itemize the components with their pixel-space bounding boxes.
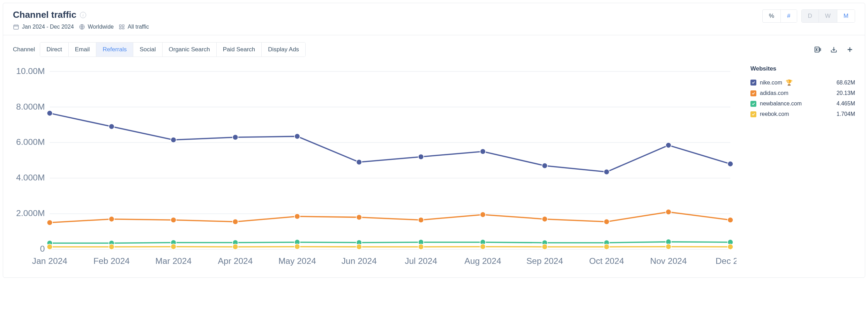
- data-point[interactable]: [728, 161, 733, 167]
- data-point[interactable]: [418, 244, 424, 250]
- legend-total: 20.13M: [837, 90, 855, 96]
- data-point[interactable]: [604, 244, 609, 250]
- data-point[interactable]: [47, 220, 53, 225]
- data-point[interactable]: [418, 217, 424, 223]
- legend-label: reebok.com: [760, 111, 789, 117]
- tab-direct[interactable]: Direct: [40, 43, 68, 57]
- svg-text:May 2024: May 2024: [278, 256, 316, 266]
- svg-text:Jul 2024: Jul 2024: [405, 256, 437, 266]
- data-point[interactable]: [356, 215, 362, 220]
- chart-container: 02.000M4.000M6.000M8.000M10.00MJan 2024F…: [13, 65, 736, 268]
- page-title: Channel traffic: [13, 9, 76, 20]
- date-range-control[interactable]: Jan 2024 - Dec 2024: [13, 24, 74, 30]
- header-controls: % # D W M: [762, 9, 855, 23]
- tab-organic[interactable]: Organic Search: [162, 43, 216, 57]
- tab-social[interactable]: Social: [133, 43, 162, 57]
- trophy-icon: 🏆: [786, 79, 793, 86]
- data-point[interactable]: [171, 217, 176, 223]
- data-point[interactable]: [47, 110, 53, 116]
- data-point[interactable]: [294, 244, 300, 250]
- tab-referrals[interactable]: Referrals: [96, 43, 133, 57]
- data-point[interactable]: [356, 160, 362, 165]
- data-point[interactable]: [666, 142, 671, 148]
- percent-toggle[interactable]: %: [763, 10, 780, 22]
- data-point[interactable]: [171, 137, 176, 143]
- value-format-toggle: % #: [762, 9, 797, 23]
- data-point[interactable]: [109, 244, 114, 250]
- legend-label: adidas.com: [760, 90, 788, 96]
- data-point[interactable]: [233, 244, 238, 250]
- svg-text:Aug 2024: Aug 2024: [464, 256, 501, 266]
- svg-text:Jun 2024: Jun 2024: [342, 256, 377, 266]
- data-point[interactable]: [480, 212, 486, 217]
- tab-paid[interactable]: Paid Search: [216, 43, 262, 57]
- data-point[interactable]: [109, 216, 114, 222]
- data-point[interactable]: [47, 244, 53, 250]
- data-point[interactable]: [233, 134, 238, 140]
- svg-rect-2: [119, 25, 121, 27]
- header-left: Channel traffic i Jan 2024 - Dec 2024 Wo…: [13, 9, 149, 30]
- data-point[interactable]: [666, 209, 671, 215]
- export-excel-icon[interactable]: [814, 46, 822, 53]
- data-point[interactable]: [480, 149, 486, 154]
- legend-item-newbalance[interactable]: newbalance.com4.465M: [750, 98, 855, 109]
- svg-text:Feb 2024: Feb 2024: [93, 256, 130, 266]
- svg-rect-5: [122, 28, 124, 29]
- data-point[interactable]: [542, 216, 547, 222]
- data-point[interactable]: [294, 134, 300, 139]
- legend-checkbox[interactable]: [750, 111, 756, 117]
- data-point[interactable]: [728, 244, 733, 250]
- tab-display[interactable]: Display Ads: [261, 43, 305, 57]
- legend-total: 1.704M: [837, 111, 855, 117]
- channel-label: Channel: [13, 46, 35, 53]
- svg-text:2.000M: 2.000M: [16, 208, 45, 218]
- date-range-text: Jan 2024 - Dec 2024: [22, 24, 74, 30]
- legend-total: 4.465M: [837, 101, 855, 107]
- svg-text:8.000M: 8.000M: [16, 102, 45, 111]
- download-icon[interactable]: [830, 46, 838, 53]
- data-point[interactable]: [604, 219, 609, 224]
- svg-text:Oct 2024: Oct 2024: [589, 256, 624, 266]
- plot-area: 02.000M4.000M6.000M8.000M10.00MJan 2024F…: [13, 65, 855, 268]
- data-point[interactable]: [418, 154, 424, 160]
- data-point[interactable]: [666, 244, 671, 250]
- tab-email[interactable]: Email: [68, 43, 96, 57]
- data-point[interactable]: [728, 217, 733, 223]
- tabs-row: Channel Direct Email Referrals Social Or…: [13, 42, 855, 57]
- absolute-toggle[interactable]: #: [780, 10, 796, 22]
- traffic-scope-control[interactable]: All traffic: [119, 24, 149, 30]
- data-point[interactable]: [542, 244, 547, 250]
- data-point[interactable]: [604, 169, 609, 175]
- svg-text:Sep 2024: Sep 2024: [526, 256, 563, 266]
- traffic-scope-text: All traffic: [128, 24, 149, 30]
- svg-rect-3: [122, 25, 124, 27]
- data-point[interactable]: [356, 244, 362, 250]
- add-icon[interactable]: [846, 46, 854, 53]
- legend-total: 68.62M: [837, 80, 855, 86]
- granularity-month[interactable]: M: [837, 10, 855, 22]
- globe-icon: [79, 24, 85, 30]
- data-point[interactable]: [480, 244, 486, 250]
- legend-checkbox[interactable]: [750, 80, 756, 86]
- region-control[interactable]: Worldwide: [79, 24, 114, 30]
- legend-checkbox[interactable]: [750, 90, 756, 96]
- info-icon[interactable]: i: [80, 12, 86, 18]
- data-point[interactable]: [109, 124, 114, 129]
- legend-item-reebok[interactable]: reebok.com1.704M: [750, 109, 855, 119]
- legend-label: nike.com: [760, 80, 782, 86]
- channel-tabs: Direct Email Referrals Social Organic Se…: [40, 42, 306, 57]
- legend-item-adidas[interactable]: adidas.com20.13M: [750, 88, 855, 98]
- data-point[interactable]: [294, 214, 300, 219]
- granularity-day: D: [802, 10, 818, 22]
- line-chart: 02.000M4.000M6.000M8.000M10.00MJan 2024F…: [13, 65, 736, 268]
- legend-checkbox[interactable]: [750, 101, 756, 107]
- legend-item-nike[interactable]: nike.com🏆68.62M: [750, 77, 855, 88]
- svg-text:Nov 2024: Nov 2024: [650, 256, 687, 266]
- svg-text:Mar 2024: Mar 2024: [155, 256, 192, 266]
- chart-tools: [814, 46, 855, 53]
- granularity-toggle: D W M: [801, 9, 855, 23]
- data-point[interactable]: [233, 219, 238, 224]
- data-point[interactable]: [171, 244, 176, 250]
- data-point[interactable]: [542, 163, 547, 169]
- svg-text:Dec 2...: Dec 2...: [716, 256, 736, 266]
